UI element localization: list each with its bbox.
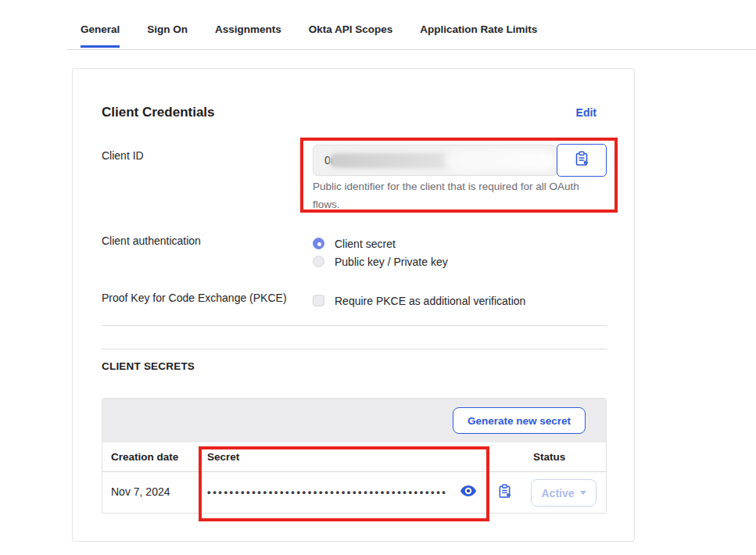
pkce-label: Proof Key for Code Exchange (PKCE) (102, 292, 287, 304)
status-dropdown-button[interactable]: Active (531, 479, 597, 507)
radio-unselected-icon (313, 256, 324, 267)
tab-application-rate-limits[interactable]: Application Rate Limits (420, 23, 537, 48)
pkce-option-label: Require PKCE as additional verification (335, 295, 525, 307)
table-row: Nov 7, 2024 ••••••••••••••••••••••••••••… (102, 472, 606, 513)
copy-client-id-button[interactable] (557, 144, 607, 177)
chevron-down-icon (580, 491, 586, 495)
column-header-creation-date: Creation date (111, 451, 178, 463)
column-header-secret: Secret (207, 451, 239, 463)
radio-client-secret[interactable]: Client secret (313, 235, 396, 252)
client-credentials-card: Client Credentials Edit Client ID 0o Pub… (72, 68, 635, 542)
eye-icon (460, 488, 477, 500)
table-header-row: Creation date Secret Status (102, 442, 606, 472)
redacted-value-blur-overlay (445, 150, 556, 171)
clipboard-copy-icon (498, 489, 511, 501)
tab-assignments[interactable]: Assignments (215, 23, 281, 48)
table-toolbar: Generate new secret (102, 399, 606, 442)
section-divider (102, 325, 607, 326)
copy-secret-button[interactable] (498, 484, 514, 500)
radio-public-private-key[interactable]: Public key / Private key (313, 252, 448, 270)
reveal-secret-button[interactable] (459, 484, 478, 500)
client-id-helper-text: Public identifier for the client that is… (313, 177, 589, 213)
tab-sign-on[interactable]: Sign On (147, 23, 188, 48)
tab-general[interactable]: General (81, 23, 120, 48)
generate-new-secret-button[interactable]: Generate new secret (453, 407, 586, 434)
tabbar-divider (67, 49, 756, 50)
tab-bar: General Sign On Assignments Okta API Sco… (81, 23, 537, 48)
radio-public-private-key-label: Public key / Private key (335, 256, 448, 268)
client-authentication-label: Client authentication (102, 235, 201, 247)
masked-secret-cell: ••••••••••••••••••••••••••••••••••••••••… (207, 486, 457, 498)
status-label: Active (541, 487, 574, 500)
section-divider (102, 349, 607, 349)
clipboard-copy-icon (575, 151, 589, 170)
tab-okta-api-scopes[interactable]: Okta API Scopes (309, 23, 393, 48)
pkce-checkbox-row[interactable]: Require PKCE as additional verification (313, 292, 525, 310)
client-secrets-table: Generate new secret Creation date Secret… (102, 398, 607, 514)
client-secrets-heading: CLIENT SECRETS (102, 360, 195, 372)
client-id-label: Client ID (102, 149, 144, 162)
client-id-field[interactable]: 0o (313, 145, 557, 176)
section-title: Client Credentials (102, 105, 215, 120)
edit-link[interactable]: Edit (576, 106, 597, 119)
column-header-status: Status (533, 451, 565, 463)
checkbox-unchecked-icon (313, 295, 324, 306)
radio-selected-icon (313, 238, 324, 249)
radio-client-secret-label: Client secret (335, 238, 396, 250)
creation-date-cell: Nov 7, 2024 (111, 485, 170, 498)
